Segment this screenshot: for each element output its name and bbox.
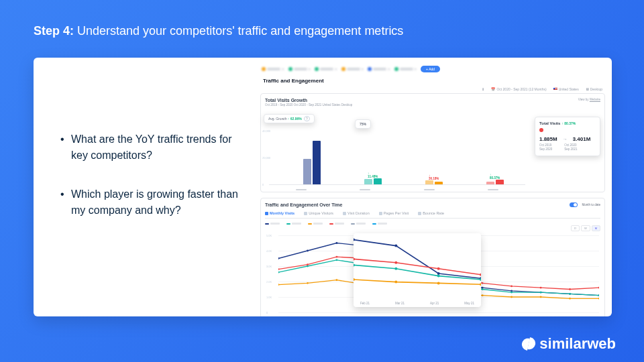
granularity-buttons: D W M [571,225,600,231]
competitor-chip[interactable]: × [368,67,390,71]
tab-monthly-visits[interactable]: Monthly Visits [265,211,294,215]
svg-point-53 [394,267,397,270]
chart-legend [265,223,600,225]
competitor-chip[interactable]: × [341,67,364,71]
gran-month[interactable]: M [592,225,600,231]
svg-point-32 [511,296,513,298]
competitor-chip[interactable]: × [262,67,284,71]
competitor-chip[interactable]: × [394,67,417,71]
similarweb-icon [522,337,535,351]
competitor-chip[interactable]: × [315,67,337,71]
tab-visit-duration[interactable]: Visit Duration [343,211,370,215]
svg-point-57 [394,281,397,284]
series-dot-icon [539,128,543,132]
svg-point-52 [354,263,355,266]
legend-item[interactable] [329,223,344,225]
traffic-over-time-panel: Traffic and Engagement Over Time Month t… [260,198,605,316]
bar [374,178,382,184]
legend-label [313,223,323,225]
legend-item[interactable] [286,223,301,225]
svg-point-14 [336,259,338,261]
avg-growth-tooltip: Avg. Growth ↑ 62.96% ? [264,114,315,123]
svg-point-19 [482,288,484,290]
month-to-date-toggle[interactable] [570,202,578,207]
svg-point-2 [336,242,338,244]
bar [303,159,311,184]
questions-pane: What are the YoY traffic trends for key … [34,58,260,316]
tab-unique-visitors[interactable]: Unique Visitors [304,211,333,215]
tv-card-growth: ↑ 80.37% [561,121,576,125]
section-title: Traffic and Engagement [263,78,605,84]
bar [435,182,443,184]
legend-item[interactable] [372,223,387,225]
close-icon[interactable]: × [415,67,417,71]
bar-group: ↓ 36.18% [425,180,443,184]
competitor-chip-bar: × × × × × × + Add [260,63,605,75]
panel-title: Total Visits Growth [265,98,600,103]
legend-label [335,223,344,225]
gran-day[interactable]: D [571,225,580,231]
legend-swatch-icon [351,223,355,225]
growth-pct-label: ↑ 11.48% [368,172,378,178]
add-competitor-button[interactable]: + Add [421,66,440,72]
legend-item[interactable] [308,223,323,225]
competitor-chip[interactable]: × [288,67,311,71]
tab-pages-per-visit[interactable]: Pages Per Visit [379,211,409,215]
bar [364,179,372,184]
legend-swatch-icon [308,223,312,225]
country-selector[interactable]: United States [553,87,579,91]
dashboard-screenshot: × × × × × × + Add Traffic and Engagement… [260,58,612,316]
svg-point-22 [569,293,571,295]
close-icon[interactable]: × [335,67,337,71]
close-icon[interactable]: × [309,67,311,71]
zoom-overlay-card: Feb 21 Mar 21 Apr 21 May 21 [354,233,481,307]
tv-card-title: Total Visits [539,121,560,125]
svg-point-21 [540,292,542,294]
gran-week[interactable]: W [581,225,590,231]
svg-point-61 [394,261,397,264]
tv-from-value: 1.885M [539,136,557,142]
bar-group: ↑ 11.48% [364,178,382,184]
flag-us-icon [553,88,557,90]
total-visits-card: Total Visits↑ 80.37% 1.885M → 3.401M Oct… [535,117,600,156]
question-1: What are the YoY traffic trends for key … [56,131,240,164]
device-selector[interactable]: 🖥 Desktop [586,87,602,91]
bar [425,180,433,184]
svg-point-45 [540,287,542,289]
tab-bounce-rate[interactable]: Bounce Rate [418,211,444,215]
svg-point-50 [437,272,440,275]
close-icon[interactable]: × [362,67,364,71]
svg-point-38 [336,256,338,258]
bar [496,180,504,184]
brand-text: similarweb [539,335,616,353]
svg-point-25 [307,282,309,284]
bar-chart: 40,000 20,000 0 ↑ 11.48%↓ 36.18%↑ 80.37% [269,125,525,185]
pages-icon [379,212,382,215]
legend-swatch-icon [329,223,333,225]
download-icon[interactable]: ⬇ [482,87,484,91]
bounce-icon [418,212,421,215]
legend-swatch-icon [372,223,376,225]
close-icon[interactable]: × [388,67,390,71]
view-by-selector[interactable]: View by Website [578,98,600,101]
slide-header: Step 4: Understand your competitors' tra… [34,24,610,38]
user-icon [304,212,307,215]
toggle-label: Month to date [582,203,600,206]
chart-icon [265,212,268,215]
svg-point-48 [354,239,355,241]
svg-point-33 [540,296,542,298]
legend-item[interactable] [265,223,280,225]
step-title: Understand your competitors' traffic and… [77,24,403,38]
metric-tabs: Monthly Visits Unique Visitors Visit Dur… [265,211,600,219]
legend-item[interactable] [351,223,366,225]
avg-growth-value: ↑ 62.96% [288,117,302,121]
svg-point-47 [598,287,599,289]
help-icon[interactable]: ? [304,116,310,121]
svg-point-56 [354,278,355,281]
svg-point-60 [354,257,355,260]
close-icon[interactable]: × [282,67,284,71]
panel-title: Traffic and Engagement Over Time [265,202,600,207]
svg-point-59 [480,283,481,286]
date-range-selector[interactable]: 📅 Oct 2020 - Sep 2021 (12 Months) [491,87,546,91]
legend-label [378,223,387,225]
